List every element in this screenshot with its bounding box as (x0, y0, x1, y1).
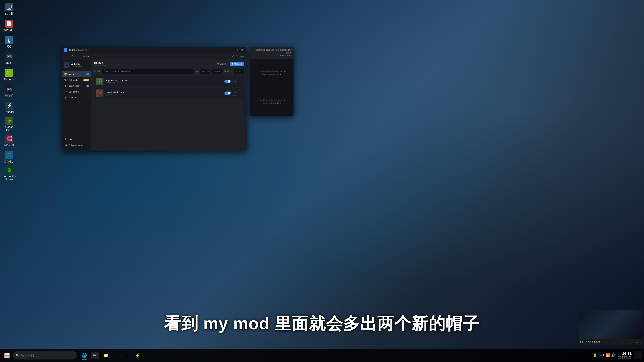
expand-portals[interactable]: › (238, 91, 242, 95)
start-button[interactable]: 🪟 (2, 350, 12, 360)
sidebar-game-selector[interactable]: ⚔ Valheim Change game (62, 61, 92, 69)
sidebar-item-my-mods[interactable]: 📦 My mods 2 (62, 71, 92, 77)
desktop-icon-wps[interactable]: 📄 WPS办公 (2, 18, 17, 33)
collapse-icon: ◀ (64, 144, 67, 147)
edit-config-icon: ✏ (64, 90, 67, 93)
mod-author-portals: by xAfflict (106, 93, 222, 95)
thunderstore-logo: T (64, 48, 68, 52)
desktop-icon-thunderstore[interactable]: ⚡ Thunder (2, 100, 17, 115)
game-info: Valheim Change game (71, 63, 90, 67)
standard-value: Standard (213, 70, 220, 72)
mod-controls-portals: ⋮⋮ › (224, 91, 242, 95)
window-titlebar: T Thunderstore 3.10.0 ─ □ ✕ (62, 47, 246, 53)
desktop-icon-nvidia[interactable]: 💚 GeForce (2, 67, 17, 82)
modded-button[interactable]: Modded (230, 62, 244, 66)
disabled-group: Disabled Custom ▾ (224, 69, 244, 74)
sound-icon: 🔊 (611, 353, 616, 357)
get-mods-icon: 🔍 (64, 78, 67, 82)
mod-item-portals[interactable]: UnrestrictedPortals by xAfflict ⋮⋮ › (94, 88, 244, 98)
taskbar-item-files[interactable]: 📁 (100, 350, 111, 360)
close-button[interactable]: ✕ (240, 48, 244, 52)
nav-store[interactable]: Store (70, 54, 79, 58)
mod-name-portals: UnrestrictedPortals (106, 91, 222, 93)
sidebar: ⚔ Valheim Change game 📦 My mods 2 🔍 Get … (62, 59, 92, 151)
sidebar-item-settings[interactable]: ⚙ Settings (62, 95, 92, 100)
nav-back-button[interactable]: ← (64, 54, 69, 58)
subtitle-text: 看到 my mod 里面就会多出两个新的帽子 (0, 313, 644, 335)
taskbar-search-text: 新开每日... (21, 353, 37, 358)
desktop-icon-ubisoft[interactable]: 🎮 Ubisoft (2, 84, 17, 99)
taskbar-search-icon: 🔍 (16, 354, 20, 357)
vanilla-label: Vanilla (220, 63, 226, 65)
profile-info: Default Change profile (94, 61, 106, 66)
taskbar-clock[interactable]: 16:11 2023/5/28 (618, 352, 632, 359)
mod-thumb-bepinex (96, 78, 104, 85)
toggle-bepinex[interactable] (224, 80, 231, 83)
profile-name: Default (94, 61, 106, 64)
taskbar-item-ie[interactable]: 🌐 (79, 350, 89, 360)
sort-label: Sort (196, 70, 199, 72)
help-label: Help (68, 138, 90, 141)
desktop-icon-diy[interactable]: 🧲 DIY磁力 (2, 133, 17, 148)
toggle-portals[interactable] (224, 91, 231, 95)
taskbar-item-lang[interactable]: 中 (90, 350, 100, 360)
vanilla-dot (217, 63, 219, 64)
sort-value: Custom (202, 70, 207, 72)
search-input[interactable] (102, 69, 194, 74)
profile-change[interactable]: Change profile (94, 64, 106, 66)
desktop-icon-gooseduck[interactable]: 🦆 Goose Duck (2, 117, 17, 132)
taskbar-item-mail[interactable]: ✉ (111, 350, 122, 360)
taskbar-item-store[interactable]: 🛍 (122, 350, 132, 360)
game-change[interactable]: Change game (71, 65, 90, 67)
desktop-icon-steam[interactable]: 🎮 Steam (2, 51, 17, 66)
mod-info-portals: UnrestrictedPortals by xAfflict (106, 91, 222, 95)
window-controls: ─ □ ✕ (229, 48, 244, 52)
settings-label: Settings (68, 96, 90, 99)
ad-panel: Thunderstore development is supported by… (250, 47, 294, 116)
disabled-select[interactable]: Custom ▾ (234, 69, 244, 74)
show-desktop-btn[interactable] (634, 351, 642, 359)
desktop-icon-sons[interactable]: 🌲 Sons of the Forest (2, 166, 17, 181)
profile-header: Default Change profile Vanilla Modded (92, 59, 246, 68)
main-content: Default Change profile Vanilla Modded S (92, 59, 246, 151)
settings-icon[interactable]: ⚙ (232, 55, 234, 58)
sidebar-help[interactable]: ℹ Help (62, 136, 92, 142)
remove-ads-link[interactable]: Remove ads (280, 54, 292, 57)
vanilla-button[interactable]: Vanilla (215, 62, 228, 66)
disabled-label: Disabled (224, 70, 232, 72)
battery-icon: 🔋 (593, 353, 597, 357)
taskbar-lang-btn[interactable]: 中 (91, 352, 98, 359)
ad-top-text: Thunderstore development is supported by… (250, 47, 294, 59)
window-title: Thunderstore 3.10.0 (69, 49, 89, 51)
sidebar-collapse[interactable]: ◀ Collapse menu (62, 142, 92, 148)
nav-library[interactable]: Library (80, 54, 91, 58)
minimize-button[interactable]: ─ (229, 48, 234, 52)
taskbar-search[interactable]: 🔍 新开每日... (13, 351, 77, 360)
wifi-icon: 📶 (606, 353, 610, 357)
standard-select[interactable]: Standard ▾ (211, 69, 223, 74)
nav-right: ⚙ ? login (232, 55, 244, 58)
sidebar-divider-1 (62, 70, 92, 70)
sidebar-bottom: ℹ Help ◀ Collapse menu (62, 133, 92, 149)
mod-item-bepinex[interactable]: BepInExPack_Valheim by denikson ⋮⋮ › (94, 76, 244, 87)
sidebar-item-get-mods[interactable]: 🔍 Get mods 2354 (62, 77, 92, 83)
desktop-icon-qqmusic[interactable]: 🎵 QQ音乐 (2, 149, 17, 165)
standard-chevron: ▾ (220, 70, 221, 72)
ad-box-1: Thunderstore development is supported by… (250, 59, 294, 87)
sidebar-item-edit-config[interactable]: ✏ Edit config (62, 89, 92, 95)
sort-select[interactable]: Custom ▾ (200, 69, 210, 74)
nav-login[interactable]: login (240, 55, 244, 57)
disabled-chevron: ▾ (242, 70, 242, 72)
help-icon[interactable]: ? (236, 55, 238, 58)
maximize-button[interactable]: □ (234, 48, 239, 52)
desktop-icon-computer[interactable]: 🖥️ 此电脑 (2, 2, 17, 17)
grid-btn-bepinex[interactable]: ⋮⋮ (232, 79, 237, 84)
sidebar-item-downloads[interactable]: ⬇ Downloads 6 (62, 83, 92, 89)
thunderstore-window: T Thunderstore 3.10.0 ─ □ ✕ ← Store Libr… (62, 47, 246, 151)
expand-bepinex[interactable]: › (238, 80, 242, 83)
downloads-icon: ⬇ (64, 84, 67, 87)
taskbar-item-thunder[interactable]: ⚡ (133, 350, 143, 360)
grid-btn-portals[interactable]: ⋮⋮ (232, 91, 237, 95)
heart-icon-2: ❤ (280, 102, 281, 104)
desktop-icon-qq[interactable]: 🐧 QQ (2, 34, 17, 50)
